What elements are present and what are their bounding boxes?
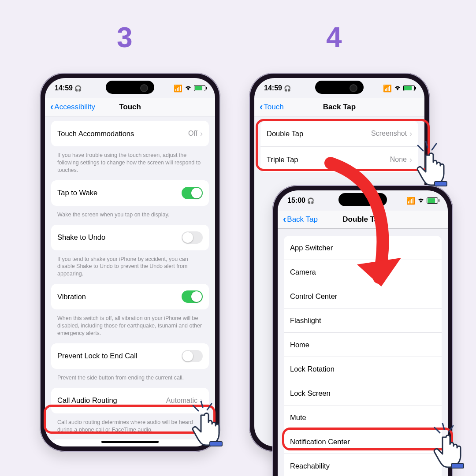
chevron-left-icon: ‹ [283,214,286,225]
row-value: None [390,156,407,164]
chevron-right-icon: › [200,396,203,405]
row-label: Shake to Undo [57,233,182,242]
wifi-icon [394,84,401,92]
footer-text: If you have trouble using the touch scre… [45,149,215,180]
headphones-icon: 🎧 [284,85,291,92]
row-touch-accommodations[interactable]: Touch Accommodations Off › [51,121,209,146]
toggle-vibration[interactable] [182,290,203,303]
toggle-shake-to-undo[interactable] [182,231,203,244]
row-label: Lock Rotation [290,365,435,373]
row-label: Lock Screen [290,389,435,398]
nav-bar: ‹Back Tap Double Tap [278,211,448,229]
svg-line-6 [432,144,436,150]
svg-rect-7 [435,182,447,186]
back-button[interactable]: ‹Touch [260,98,284,116]
home-indicator[interactable] [101,441,159,443]
footer-text: Wake the screen when you tap on the disp… [45,208,215,225]
step-number-3: 3 [117,21,133,54]
row-tap-to-wake[interactable]: Tap to Wake [51,180,209,206]
battery-icon [194,85,205,91]
status-time: 14:59 [55,84,73,92]
battery-icon [427,197,438,204]
action-flashlight[interactable]: Flashlight [284,309,442,333]
row-label: Vibration [57,293,182,301]
action-mute[interactable]: Mute [284,405,442,430]
row-triple-tap[interactable]: Triple Tap None › [260,147,418,172]
row-label: Camera [290,268,435,276]
action-lock-screen[interactable]: Lock Screen [284,381,442,405]
row-label: Mute [290,413,435,422]
row-label: Notification Center [290,438,435,446]
row-value: Screenshot [371,130,407,138]
row-label: Flashlight [290,316,435,325]
row-call-audio-routing[interactable]: Call Audio Routing Automatic › [51,388,209,413]
nav-bar: ‹Accessibility Touch [45,98,215,116]
action-list: App SwitcherCameraControl CenterFlashlig… [284,236,442,476]
row-value: Automatic [166,397,197,405]
row-label: Triple Tap [267,156,390,164]
chevron-left-icon: ‹ [50,101,53,112]
headphones-icon: 🎧 [307,197,314,204]
row-double-tap[interactable]: Double Tap Screenshot › [260,121,418,147]
row-label: App Switcher [290,244,435,252]
row-label: Touch Accommodations [57,130,188,138]
signal-icon: 📶 [406,197,415,205]
nav-bar: ‹Touch Back Tap [254,98,424,116]
toggle-prevent-lock[interactable] [182,350,203,362]
toggle-tap-to-wake[interactable] [182,187,203,199]
back-button[interactable]: ‹Accessibility [50,98,95,116]
phone-step-4-front: 15:00 🎧 📶 ‹Back Tap Double Tap App Switc… [272,185,453,476]
footer-text: When this switch is off, all vibration o… [45,312,215,343]
chevron-right-icon: › [200,129,203,138]
action-control-center[interactable]: Control Center [284,284,442,309]
battery-icon [403,85,415,91]
row-vibration[interactable]: Vibration [51,284,209,309]
row-value: Off [188,130,197,138]
row-label: Home [290,341,435,349]
step-number-4: 4 [326,21,342,54]
svg-rect-11 [451,464,464,468]
signal-icon: 📶 [174,84,182,93]
action-home[interactable]: Home [284,333,442,357]
row-prevent-lock-end-call[interactable]: Prevent Lock to End Call [51,343,209,369]
row-label: Double Tap [267,130,371,138]
chevron-right-icon: › [409,155,412,164]
status-time: 15:00 [287,197,305,204]
status-time: 14:59 [264,84,282,92]
action-lock-rotation[interactable]: Lock Rotation [284,357,442,381]
wifi-icon [185,84,192,92]
phone-step-3: 14:59 🎧 📶 ‹Accessibility Touch Touch Acc… [40,73,220,452]
action-notification-center[interactable]: Notification Center [284,430,442,454]
back-label: Back Tap [287,215,318,223]
chevron-left-icon: ‹ [260,101,263,112]
chevron-right-icon: › [409,129,412,138]
row-label: Control Center [290,292,435,301]
footer-text: Call audio routing determines where audi… [45,416,215,440]
signal-icon: 📶 [383,84,392,93]
action-camera[interactable]: Camera [284,260,442,284]
row-label: Prevent Lock to End Call [57,352,182,360]
back-label: Accessibility [54,103,95,111]
action-app-switcher[interactable]: App Switcher [284,236,442,260]
wifi-icon [417,197,424,205]
row-label: Call Audio Routing [57,396,166,405]
row-shake-to-undo[interactable]: Shake to Undo [51,225,209,250]
back-label: Touch [264,103,283,111]
footer-text: If you tend to shake your iPhone by acci… [45,253,215,284]
status-bar: 14:59 🎧 📶 [45,78,215,98]
status-bar: 15:00 🎧 📶 [278,190,448,211]
row-label: Tap to Wake [57,189,182,197]
row-label: Reachability [290,462,435,470]
action-reachability[interactable]: Reachability [284,454,442,476]
footer-text: Prevent the side button from ending the … [45,372,215,388]
status-bar: 14:59 🎧 📶 [254,78,424,98]
back-button[interactable]: ‹Back Tap [283,211,318,228]
headphones-icon: 🎧 [74,85,82,92]
